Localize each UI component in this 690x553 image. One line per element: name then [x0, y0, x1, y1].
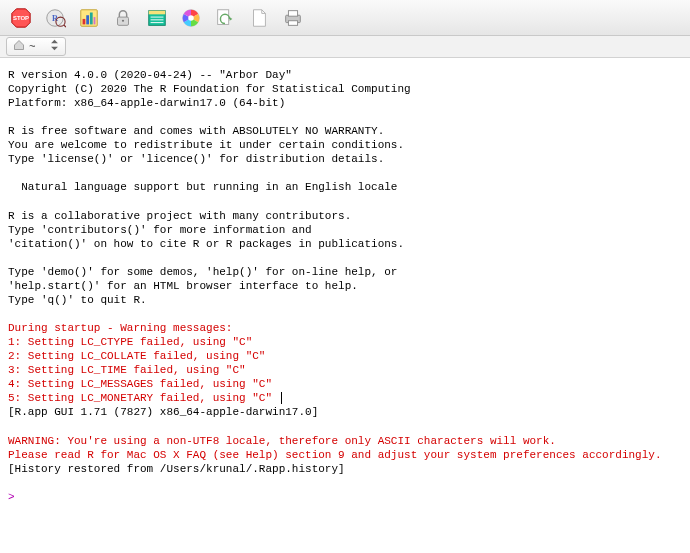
console-line: R is free software and comes with ABSOLU… — [8, 124, 682, 138]
console-line: Natural language support but running in … — [8, 180, 682, 194]
reload-button[interactable] — [210, 4, 240, 32]
svg-marker-21 — [230, 17, 233, 21]
console-blank-line — [8, 166, 682, 180]
console-line: [History restored from /Users/krunal/.Ra… — [8, 462, 682, 476]
console-line: During startup - Warning messages: — [8, 321, 682, 335]
svg-point-12 — [122, 19, 124, 21]
svg-line-5 — [64, 24, 66, 26]
svg-marker-25 — [51, 40, 58, 43]
console-blank-line — [8, 307, 682, 321]
svg-rect-23 — [288, 10, 297, 16]
path-bar: ~ — [0, 36, 690, 58]
console-blank-line — [8, 195, 682, 209]
svg-rect-24 — [288, 20, 297, 25]
r-debug-icon: R — [44, 7, 66, 29]
svg-text:STOP: STOP — [13, 15, 29, 21]
debug-button[interactable]: R — [40, 4, 70, 32]
console-line: Type 'license()' or 'licence()' for dist… — [8, 152, 682, 166]
console-blank-line — [8, 251, 682, 265]
working-directory-label: ~ — [29, 41, 36, 53]
list-icon — [146, 7, 168, 29]
new-page-button[interactable] — [244, 4, 274, 32]
chevron-updown-icon — [50, 39, 59, 54]
console-line: R version 4.0.0 (2020-04-24) -- "Arbor D… — [8, 68, 682, 82]
color-wheel-icon — [180, 7, 202, 29]
toolbar: STOP R — [0, 0, 690, 36]
console-line: 5: Setting LC_MONETARY failed, using "C" — [8, 391, 682, 405]
console-line: 3: Setting LC_TIME failed, using "C" — [8, 363, 682, 377]
console-blank-line — [8, 476, 682, 490]
stop-button[interactable]: STOP — [6, 4, 36, 32]
svg-rect-20 — [218, 9, 229, 24]
color-button[interactable] — [176, 4, 206, 32]
console-line: 'citation()' on how to cite R or R packa… — [8, 237, 682, 251]
lock-icon — [112, 7, 134, 29]
reload-icon — [214, 7, 236, 29]
stop-icon: STOP — [10, 7, 32, 29]
console-blank-line — [8, 420, 682, 434]
console-line: Type 'demo()' for some demos, 'help()' f… — [8, 265, 682, 279]
console-line: Copyright (C) 2020 The R Foundation for … — [8, 82, 682, 96]
console-line: WARNING: You're using a non-UTF8 locale,… — [8, 434, 682, 448]
chart-button[interactable] — [74, 4, 104, 32]
working-directory-dropdown[interactable]: ~ — [6, 37, 66, 56]
console-line: 2: Setting LC_COLLATE failed, using "C" — [8, 349, 682, 363]
text-cursor — [281, 392, 282, 404]
console-line: Platform: x86_64-apple-darwin17.0 (64-bi… — [8, 96, 682, 110]
svg-rect-8 — [86, 15, 89, 24]
console-line: > — [8, 490, 682, 504]
home-icon — [13, 39, 25, 54]
list-button[interactable] — [142, 4, 172, 32]
page-icon — [248, 7, 270, 29]
print-icon — [282, 7, 304, 29]
console-line: 1: Setting LC_CTYPE failed, using "C" — [8, 335, 682, 349]
console-line: R is a collaborative project with many c… — [8, 209, 682, 223]
r-console[interactable]: R version 4.0.0 (2020-04-24) -- "Arbor D… — [0, 58, 690, 512]
console-line: Please read R for Mac OS X FAQ (see Help… — [8, 448, 682, 462]
bar-chart-icon — [78, 7, 100, 29]
console-blank-line — [8, 110, 682, 124]
lock-button[interactable] — [108, 4, 138, 32]
svg-rect-14 — [149, 10, 166, 14]
print-button[interactable] — [278, 4, 308, 32]
console-line: Type 'contributors()' for more informati… — [8, 223, 682, 237]
console-line: 'help.start()' for an HTML browser inter… — [8, 279, 682, 293]
svg-marker-26 — [51, 47, 58, 50]
console-line: [R.app GUI 1.71 (7827) x86_64-apple-darw… — [8, 405, 682, 419]
console-line: Type 'q()' to quit R. — [8, 293, 682, 307]
svg-point-19 — [188, 15, 194, 21]
console-line: 4: Setting LC_MESSAGES failed, using "C" — [8, 377, 682, 391]
console-line: You are welcome to redistribute it under… — [8, 138, 682, 152]
svg-rect-9 — [90, 12, 93, 24]
svg-rect-10 — [94, 17, 96, 24]
svg-rect-7 — [83, 18, 86, 23]
